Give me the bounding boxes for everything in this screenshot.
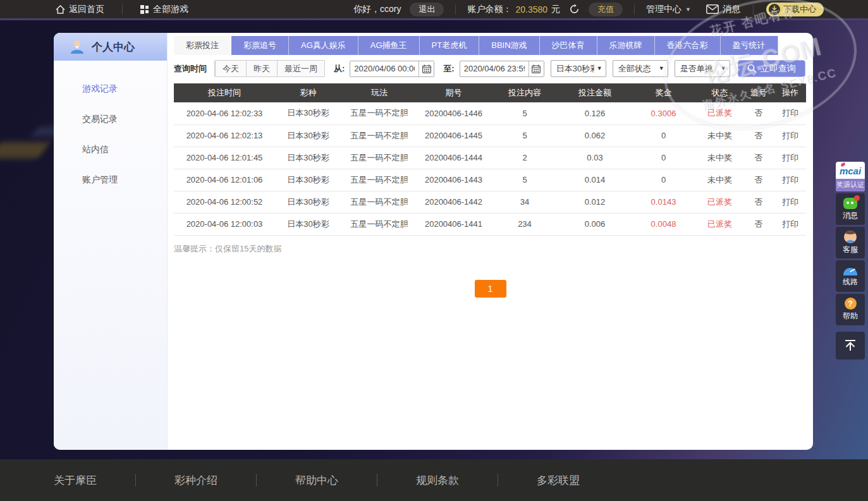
float-customer-service-button[interactable]: 客服	[836, 227, 865, 258]
sidebar-header: 个人中心	[54, 33, 167, 61]
sidebar-menu-item[interactable]: 交易记录	[54, 111, 167, 142]
back-to-top-button[interactable]	[836, 332, 865, 359]
messages-link[interactable]: 消息	[706, 4, 740, 15]
balance-value: 20.3580	[515, 4, 547, 15]
cell-chase: 否	[743, 147, 774, 169]
divider	[634, 4, 635, 15]
cell-status: 未中奖	[697, 124, 743, 147]
record-tab[interactable]: AG捕鱼王	[358, 36, 420, 55]
print-link[interactable]: 打印	[774, 169, 806, 191]
cell-lottery: 日本30秒彩	[275, 169, 341, 191]
cell-lottery: 日本30秒彩	[275, 147, 341, 169]
record-tab[interactable]: BBIN游戏	[479, 36, 539, 55]
to-label: 至:	[443, 63, 454, 75]
single-select[interactable]: 是否单挑	[675, 60, 730, 77]
quick-range-button[interactable]: 昨天	[246, 61, 277, 76]
home-link[interactable]: 返回首页	[56, 4, 104, 15]
page-button-1[interactable]: 1	[475, 280, 506, 298]
from-date-input[interactable]	[350, 64, 419, 73]
cell-play: 五星一码不定胆	[341, 169, 417, 191]
record-tab[interactable]: 沙巴体育	[540, 36, 597, 55]
to-date-wrap	[460, 61, 544, 77]
footer-link[interactable]: 规则条款	[416, 473, 459, 488]
cell-bet-amount: 0.014	[559, 169, 630, 191]
main-panel: 个人中心 游戏记录 交易记录 站内信 账户管理 彩票投注 彩票追号 AG真人娱乐	[54, 33, 813, 450]
table-header-cell: 投注金额	[559, 83, 630, 102]
cell-prize: 0.0048	[630, 213, 697, 235]
chevron-down-icon: ▼	[685, 6, 691, 13]
print-link[interactable]: 打印	[774, 213, 806, 235]
print-link[interactable]: 打印	[774, 102, 806, 124]
footer-link[interactable]: 关于摩臣	[54, 473, 97, 488]
cell-lottery: 日本30秒彩	[275, 191, 341, 213]
record-tab[interactable]: PT老虎机	[420, 36, 480, 55]
quick-range-button[interactable]: 最近一周	[277, 61, 324, 76]
cell-bet-time: 2020-04-06 12:00:03	[174, 213, 275, 235]
float-message-button[interactable]: 消息	[836, 193, 865, 225]
table-row: 2020-04-06 12:01:06 日本30秒彩 五星一码不定胆 20200…	[174, 169, 806, 191]
table-header-cell: 期号	[417, 83, 490, 102]
admin-center-label: 管理中心	[646, 4, 682, 15]
search-button[interactable]: 立即查询	[738, 60, 805, 77]
calendar-icon[interactable]	[419, 61, 434, 76]
footer-link[interactable]: 多彩联盟	[537, 473, 580, 488]
cell-prize: 0	[630, 147, 697, 169]
record-tab[interactable]: AG真人娱乐	[289, 36, 358, 55]
content-area: 彩票投注 彩票追号 AG真人娱乐 AG捕鱼王 PT老虎机 BBIN游戏 沙巴体育…	[168, 33, 813, 450]
all-games-link[interactable]: 全部游戏	[140, 4, 188, 15]
download-center-button[interactable]: 下载中心	[766, 3, 824, 16]
sidebar: 个人中心 游戏记录 交易记录 站内信 账户管理	[54, 33, 168, 450]
float-line-button[interactable]: 线路	[836, 260, 865, 292]
sidebar-menu-item[interactable]: 站内信	[54, 142, 167, 172]
cell-prize: 0	[630, 169, 697, 191]
to-date-input[interactable]	[460, 64, 529, 73]
sidebar-menu-item[interactable]: 账户管理	[54, 172, 167, 202]
footer-link[interactable]: 帮助中心	[295, 473, 338, 488]
print-link[interactable]: 打印	[774, 191, 806, 213]
cell-bet-amount: 0.03	[559, 147, 630, 169]
cell-issue: 20200406-1442	[417, 191, 490, 213]
status-select[interactable]: 全部状态	[613, 60, 668, 77]
table-row: 2020-04-06 12:01:45 日本30秒彩 五星一码不定胆 20200…	[174, 147, 806, 169]
filter-row: 查询时间 今天 昨天 最近一周 从:	[174, 60, 807, 77]
lottery-select[interactable]: 日本30秒彩	[551, 60, 606, 77]
table-row: 2020-04-06 12:00:03 日本30秒彩 五星一码不定胆 20200…	[174, 213, 806, 235]
all-games-label: 全部游戏	[153, 4, 188, 15]
from-label: 从:	[334, 63, 345, 75]
cell-prize: 0.3006	[630, 102, 697, 124]
recharge-button[interactable]: 充值	[589, 3, 623, 16]
cell-chase: 否	[743, 124, 774, 147]
refresh-balance-icon[interactable]	[569, 4, 580, 15]
notification-dot	[854, 195, 860, 201]
cell-play: 五星一码不定胆	[341, 213, 417, 235]
cell-status: 未中奖	[697, 147, 743, 169]
table-header-cell: 玩法	[341, 83, 417, 102]
calendar-icon[interactable]	[529, 61, 544, 76]
cell-play: 五星一码不定胆	[341, 191, 417, 213]
prize-source-cert-badge[interactable]: mcai 奖源认证	[836, 162, 865, 191]
sidebar-menu-item[interactable]: 游戏记录	[54, 81, 167, 111]
record-tab[interactable]: 盈亏统计	[721, 36, 778, 55]
footer-link[interactable]: 彩种介绍	[174, 473, 217, 488]
cell-status: 已派奖	[697, 102, 743, 124]
logout-button[interactable]: 退出	[410, 3, 444, 16]
table-header-cell: 彩种	[275, 83, 341, 102]
cell-bet-content: 5	[490, 124, 559, 147]
quick-range-button[interactable]: 今天	[215, 61, 246, 76]
cell-lottery: 日本30秒彩	[275, 124, 341, 147]
greeting-text: 你好，ccory	[353, 4, 401, 15]
cell-bet-content: 2	[490, 147, 559, 169]
record-tabs: 彩票投注 彩票追号 AG真人娱乐 AG捕鱼王 PT老虎机 BBIN游戏 沙巴体育…	[174, 36, 807, 55]
cell-issue: 20200406-1446	[417, 102, 490, 124]
print-link[interactable]: 打印	[774, 124, 806, 147]
record-tab[interactable]: 乐游棋牌	[597, 36, 655, 55]
bet-records-table: 投注时间 彩种 玩法 期号 投注内容 投注金额 奖金 状态	[174, 83, 806, 236]
admin-center-menu[interactable]: 管理中心 ▼	[646, 4, 691, 15]
record-tab[interactable]: 香港六合彩	[655, 36, 721, 55]
record-tab[interactable]: 彩票投注	[174, 36, 231, 55]
question-mark-icon: ?	[845, 298, 857, 310]
print-link[interactable]: 打印	[774, 147, 806, 169]
record-tab[interactable]: 彩票追号	[231, 36, 289, 55]
top-navigation-bar: 返回首页 全部游戏 你好，ccory 退出 账户余额： 20.3580 元	[0, 0, 868, 20]
float-help-button[interactable]: ? 帮助	[836, 294, 865, 325]
